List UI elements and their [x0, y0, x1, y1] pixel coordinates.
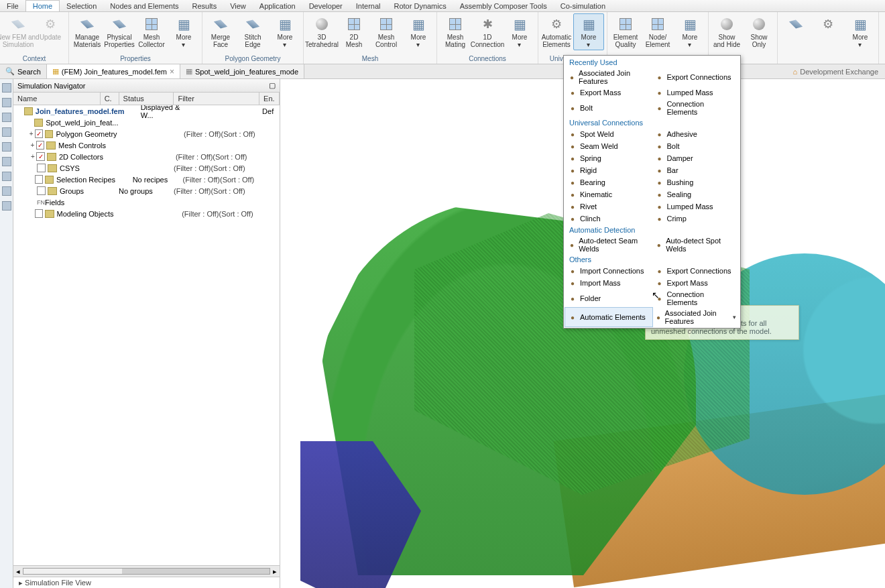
left-tool-3[interactable] — [2, 113, 11, 122]
ribbon-btn-more[interactable]: More ▾ — [573, 13, 604, 50]
menu-co-simulation[interactable]: Co-simulation — [554, 0, 612, 11]
ribbon-btn-icon[interactable] — [780, 13, 811, 36]
dropdown-item-sealing[interactable]: Sealing — [652, 188, 740, 200]
menu-application[interactable]: Application — [253, 0, 302, 11]
tree-row[interactable]: FN Fields — [13, 196, 280, 208]
dropdown-item-kinematic[interactable]: Kinematic — [565, 188, 652, 200]
ribbon-btn-show[interactable]: Show Only — [744, 13, 774, 50]
dropdown-item-bolt[interactable]: Bolt — [652, 140, 740, 152]
dropdown-item-auto-detect-seam-welds[interactable]: Auto-detect Seam Welds — [565, 235, 652, 254]
checkbox[interactable] — [37, 186, 46, 195]
checkbox[interactable] — [35, 209, 43, 218]
navigator-footer[interactable]: ▸ Simulation File View — [13, 577, 280, 588]
expand-icon[interactable]: + — [28, 130, 35, 137]
left-tool-4[interactable] — [2, 127, 11, 137]
ribbon-btn-2d[interactable]: 2D Mesh — [339, 13, 369, 50]
ribbon-btn-more[interactable]: More ▾ — [270, 13, 300, 50]
col-env[interactable]: En. — [259, 93, 280, 105]
dropdown-item-spring[interactable]: Spring — [565, 152, 652, 164]
ribbon-btn-element[interactable]: Element Quality — [610, 13, 641, 50]
dropdown-item-lumped-mass[interactable]: Lumped Mass — [652, 86, 740, 99]
ribbon-btn-mesh[interactable]: Mesh Control — [371, 13, 402, 50]
col-c[interactable]: C. — [101, 93, 119, 105]
checkbox[interactable] — [35, 175, 43, 184]
dropdown-item-bar[interactable]: Bar — [652, 164, 740, 176]
left-tool-1[interactable] — [2, 83, 11, 93]
ribbon-btn-more[interactable]: More ▾ — [504, 13, 535, 50]
expand-icon[interactable]: + — [29, 141, 36, 149]
ribbon-btn-more[interactable]: More ▾ — [403, 13, 434, 50]
col-status[interactable]: Status — [119, 93, 174, 105]
dropdown-item-auto-detect-spot-welds[interactable]: Auto-detect Spot Welds — [652, 235, 740, 254]
col-filter[interactable]: Filter — [174, 93, 259, 105]
dropdown-item-damper[interactable]: Damper — [652, 152, 740, 164]
search-tab[interactable]: 🔍 Search — [0, 64, 47, 78]
dropdown-item-seam-weld[interactable]: Seam Weld — [565, 140, 652, 152]
left-tool-5[interactable] — [2, 142, 11, 152]
ribbon-btn-show[interactable]: Show and Hide — [711, 13, 742, 50]
dropdown-item-export-connections[interactable]: Export Connections — [652, 68, 740, 86]
dropdown-item-connection-elements[interactable]: Connection Elements — [652, 99, 740, 117]
col-name[interactable]: Name — [13, 93, 101, 105]
menu-selection[interactable]: Selection — [60, 0, 103, 11]
dropdown-item-associated-join-features[interactable]: Associated Join Features — [565, 68, 652, 86]
menu-rotor-dynamics[interactable]: Rotor Dynamics — [387, 0, 453, 11]
dropdown-item-associated-join-features[interactable]: Associated Join Features▾ — [652, 308, 740, 327]
tree-row[interactable]: Modeling Objects(Filter : Off)(Sort : Of… — [13, 208, 280, 219]
ribbon-btn-mesh[interactable]: Mesh Mating — [440, 13, 471, 50]
menu-developer[interactable]: Developer — [302, 0, 349, 11]
tree-row[interactable]: GroupsNo groups(Filter : Off)(Sort : Off… — [13, 185, 280, 196]
dropdown-item-export-mass[interactable]: Export Mass — [652, 277, 740, 289]
dropdown-item-rigid[interactable]: Rigid — [565, 164, 652, 176]
doc-tab[interactable]: ▦(FEM) Join_features_model.fem× — [47, 64, 180, 78]
checkbox[interactable] — [36, 141, 45, 150]
close-icon[interactable]: × — [170, 67, 174, 76]
menu-assembly-composer-tools[interactable]: Assembly Composer Tools — [453, 0, 554, 11]
dropdown-item-import-mass[interactable]: Import Mass — [565, 277, 652, 289]
dropdown-item-connection-elements[interactable]: Connection Elements — [652, 289, 740, 308]
dropdown-item-bushing[interactable]: Bushing — [652, 176, 740, 188]
ribbon-btn-mesh[interactable]: Mesh Collector — [136, 13, 167, 50]
tree-row[interactable]: Join_features_model.femDisplayed & W...D… — [13, 105, 280, 117]
tree-row[interactable]: +Mesh Controls — [13, 139, 280, 151]
menu-view[interactable]: View — [223, 0, 253, 11]
expand-icon[interactable]: + — [30, 153, 37, 160]
panel-pin-icon[interactable]: ▢ — [269, 81, 276, 90]
ribbon-btn-3d[interactable]: 3D Tetrahedral — [306, 13, 337, 50]
dropdown-item-lumped-mass[interactable]: Lumped Mass — [652, 200, 740, 213]
dropdown-item-adhesive[interactable]: Adhesive — [652, 128, 740, 140]
dropdown-item-spot-weld[interactable]: Spot Weld — [565, 128, 652, 140]
navigator-hscroll[interactable]: ◂▸ — [13, 565, 280, 577]
dropdown-item-clinch[interactable]: Clinch — [565, 213, 652, 225]
ribbon-btn-more[interactable]: More ▾ — [168, 13, 199, 50]
left-tool-6[interactable] — [2, 157, 11, 166]
checkbox[interactable] — [35, 129, 43, 138]
dropdown-item-bearing[interactable]: Bearing — [565, 176, 652, 188]
dropdown-item-export-mass[interactable]: Export Mass — [565, 86, 652, 99]
menu-home[interactable]: Home — [25, 0, 60, 11]
menu-nodes-and-elements[interactable]: Nodes and Elements — [103, 0, 185, 11]
dropdown-item-folder[interactable]: Folder — [565, 289, 652, 308]
dropdown-item-automatic-elements[interactable]: Automatic Elements — [565, 308, 652, 327]
doc-tab[interactable]: ▦Spot_weld_join_features_mode — [180, 64, 304, 78]
tree-row[interactable]: +2D Collectors(Filter : Off)(Sort : Off) — [13, 151, 280, 162]
menu-file[interactable]: File — [0, 0, 25, 11]
left-tool-2[interactable] — [2, 98, 11, 107]
dropdown-item-crimp[interactable]: Crimp — [652, 213, 740, 225]
ribbon-btn-more[interactable]: More ▾ — [845, 13, 876, 50]
dropdown-item-rivet[interactable]: Rivet — [565, 200, 652, 213]
development-exchange-link[interactable]: ⌂ Development Exchange — [786, 64, 885, 78]
dropdown-item-bolt[interactable]: Bolt — [565, 99, 652, 117]
tree-row[interactable]: CSYS(Filter : Off)(Sort : Off) — [13, 162, 280, 174]
left-tool-7[interactable] — [2, 172, 11, 181]
dropdown-item-import-connections[interactable]: Import Connections — [565, 265, 652, 277]
checkbox[interactable] — [36, 152, 45, 161]
ribbon-btn-stitch[interactable]: Stitch Edge — [237, 13, 268, 50]
tree-row[interactable]: +Polygon Geometry(Filter : Off)(Sort : O… — [13, 128, 280, 139]
checkbox[interactable] — [37, 164, 46, 172]
menu-results[interactable]: Results — [185, 0, 223, 11]
ribbon-btn-icon[interactable] — [813, 13, 843, 36]
menu-internal[interactable]: Internal — [349, 0, 388, 11]
ribbon-btn-physical[interactable]: Physical Properties — [104, 13, 135, 50]
ribbon-btn-1d[interactable]: 1D Connection — [472, 13, 503, 50]
